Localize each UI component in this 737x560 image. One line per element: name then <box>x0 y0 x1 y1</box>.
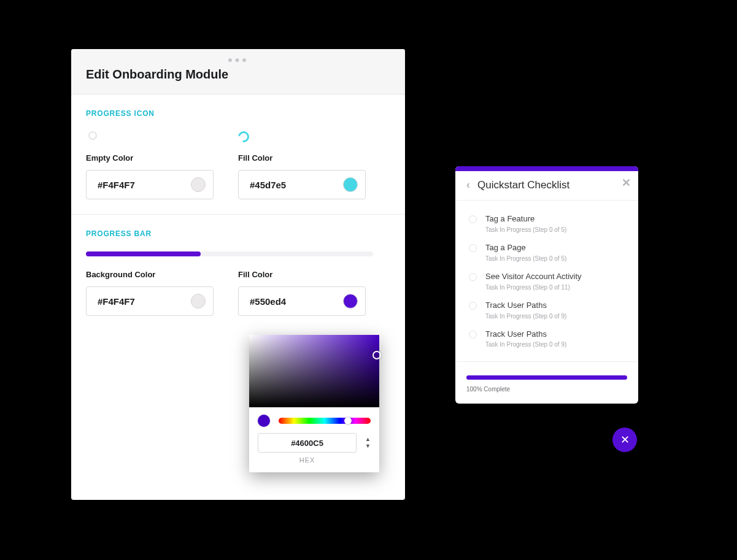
checklist-item-circle-icon <box>469 244 477 252</box>
checklist-item[interactable]: Track User PathsTask In Progress (Step 0… <box>455 296 638 324</box>
background-color-input[interactable]: #F4F4F7 <box>86 286 214 316</box>
bar-fill-color-field: Fill Color #550ed4 <box>238 270 366 316</box>
fill-color-label: Fill Color <box>238 153 366 163</box>
checklist-item-title: Tag a Feature <box>485 214 566 224</box>
bar-fill-color-swatch[interactable] <box>343 294 358 309</box>
progress-bar-preview <box>86 251 373 256</box>
background-color-value: #F4F4F7 <box>98 296 135 307</box>
fill-color-field: Fill Color #45d7e5 <box>238 131 366 199</box>
color-picker-current-swatch <box>258 415 270 427</box>
background-color-swatch[interactable] <box>191 294 206 309</box>
checklist-item[interactable]: See Visitor Account ActivityTask In Prog… <box>455 267 638 296</box>
color-picker-cursor[interactable] <box>372 351 381 359</box>
bar-fill-color-label: Fill Color <box>238 270 366 279</box>
checklist-item[interactable]: Tag a FeatureTask In Progress (Step 0 of… <box>455 209 638 238</box>
checklist-item-title: See Visitor Account Activity <box>485 272 582 282</box>
panel-header: ●●● Edit Onboarding Module <box>71 49 405 94</box>
fill-color-value: #45d7e5 <box>250 180 286 190</box>
close-icon[interactable]: ✕ <box>622 176 631 190</box>
checklist-accent-bar <box>455 166 638 171</box>
panel-title: Edit Onboarding Module <box>86 67 390 82</box>
empty-color-input[interactable]: #F4F4F7 <box>86 170 214 199</box>
checklist-item-title: Tag a Page <box>485 243 566 253</box>
chevron-up-icon: ▲ <box>365 437 371 442</box>
drag-handle-icon[interactable]: ●●● <box>86 55 390 64</box>
checklist-item-circle-icon <box>469 302 477 310</box>
checklist-title: Quickstart Checklist <box>477 179 569 191</box>
checklist-item-subtitle: Task In Progress (Step 0 of 5) <box>485 226 566 233</box>
color-picker-popover[interactable]: HEX ▲ ▼ <box>249 335 379 472</box>
close-fab-button[interactable]: ✕ <box>612 428 637 452</box>
chevron-down-icon: ▼ <box>365 443 371 449</box>
checklist-progress-label: 100% Complete <box>466 386 627 393</box>
bar-fill-color-input[interactable]: #550ed4 <box>238 286 366 316</box>
progress-icon-section: PROGRESS ICON Empty Color #F4F4F7 Fill C… <box>71 94 405 215</box>
progress-bar-section-label: PROGRESS BAR <box>86 229 390 238</box>
checklist-item-subtitle: Task In Progress (Step 0 of 9) <box>485 313 566 320</box>
empty-color-label: Empty Color <box>86 153 214 163</box>
empty-color-field: Empty Color #F4F4F7 <box>86 131 214 199</box>
checklist-header: ‹ Quickstart Checklist ✕ <box>455 171 638 201</box>
checklist-progress-bar <box>466 375 627 380</box>
empty-color-swatch[interactable] <box>191 177 206 192</box>
empty-color-value: #F4F4F7 <box>98 180 135 190</box>
checklist-items: Tag a FeatureTask In Progress (Step 0 of… <box>455 201 638 362</box>
color-picker-hue-slider[interactable] <box>279 418 371 424</box>
color-picker-format-label: HEX <box>258 456 357 464</box>
checklist-item-title: Track User Paths <box>485 329 566 340</box>
quickstart-checklist-panel: ‹ Quickstart Checklist ✕ Tag a FeatureTa… <box>455 166 638 404</box>
color-picker-hex-input[interactable] <box>258 433 357 453</box>
checklist-item-title: Track User Paths <box>485 301 566 311</box>
background-color-label: Background Color <box>86 270 214 279</box>
progress-bar-preview-fill <box>86 251 201 256</box>
checklist-item[interactable]: Track User PathsTask In Progress (Step 0… <box>455 324 638 353</box>
color-picker-hue-handle[interactable] <box>344 417 352 424</box>
back-chevron-icon[interactable]: ‹ <box>466 178 470 191</box>
background-color-field: Background Color #F4F4F7 <box>86 270 214 316</box>
fill-color-swatch[interactable] <box>343 177 358 192</box>
checklist-item-subtitle: Task In Progress (Step 0 of 5) <box>485 255 566 262</box>
checklist-item-circle-icon <box>469 331 477 339</box>
progress-icon-section-label: PROGRESS ICON <box>86 109 390 118</box>
progress-icon-fill-preview <box>236 129 251 144</box>
checklist-item-subtitle: Task In Progress (Step 0 of 11) <box>485 284 582 291</box>
checklist-item-circle-icon <box>469 215 477 223</box>
checklist-item-circle-icon <box>469 273 477 281</box>
color-picker-format-toggle[interactable]: ▲ ▼ <box>365 437 371 449</box>
color-picker-saturation-area[interactable] <box>249 335 379 407</box>
progress-icon-empty-preview <box>88 131 97 140</box>
close-icon: ✕ <box>620 433 630 447</box>
checklist-footer: 100% Complete <box>455 362 638 404</box>
checklist-item-subtitle: Task In Progress (Step 0 of 9) <box>485 341 566 348</box>
fill-color-input[interactable]: #45d7e5 <box>238 170 366 199</box>
bar-fill-color-value: #550ed4 <box>250 296 286 307</box>
checklist-item[interactable]: Tag a PageTask In Progress (Step 0 of 5) <box>455 238 638 267</box>
